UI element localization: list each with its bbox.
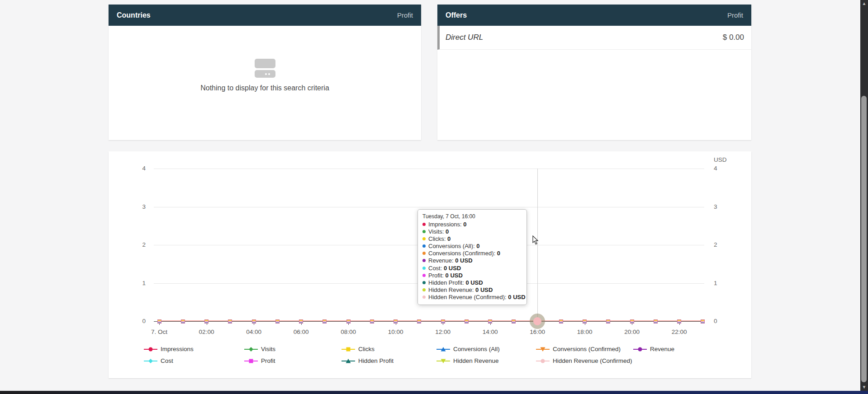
legend-item-label: Conversions (All)	[453, 346, 500, 352]
offer-row[interactable]: Direct URL$ 0.00	[437, 26, 751, 50]
countries-panel-title: Countries	[117, 11, 151, 19]
legend-item-clicks[interactable]: Clicks	[342, 346, 375, 352]
chart-crosshair-line	[537, 169, 538, 322]
hovered-data-point	[530, 314, 545, 329]
x-axis-tick-label: 08:00	[334, 328, 363, 335]
legend-item-profit[interactable]: Profit	[244, 357, 275, 364]
data-point-marker	[441, 319, 445, 324]
offers-panel: Offers Profit Direct URL$ 0.00	[437, 5, 751, 140]
y-axis-tick-label-left: 1	[126, 280, 146, 286]
legend-marker-icon	[342, 347, 355, 352]
x-axis-tick-label: 18:00	[570, 328, 599, 335]
tooltip-metric: Visits: 0	[422, 228, 522, 235]
legend-item-cost[interactable]: Cost	[144, 357, 173, 364]
legend-marker-icon	[536, 347, 550, 352]
tooltip-metric: Clicks: 0	[422, 235, 522, 243]
y-axis-tick-label-right: 0	[714, 318, 734, 324]
x-axis-tick-label: 20:00	[617, 328, 646, 335]
legend-item-hidden-revenue[interactable]: Hidden Revenue	[436, 357, 499, 364]
legend-item-conversions-confirmed[interactable]: Conversions (Confirmed)	[536, 346, 621, 352]
offer-row-label: Direct URL	[446, 33, 483, 42]
y-axis-tick-label-left: 4	[126, 165, 146, 172]
offers-metric-header: Profit	[727, 11, 743, 19]
tooltip-series-dot	[422, 281, 426, 284]
tooltip-series-dot	[422, 288, 426, 291]
chart-tooltip: Tuesday, 7 Oct, 16:00 Impressions: 0Visi…	[417, 209, 527, 305]
legend-marker-icon	[144, 358, 157, 364]
tooltip-metric: Conversions (All): 0	[422, 243, 522, 250]
legend-item-label: Visits	[261, 346, 275, 352]
countries-panel: Countries Profit Nothing to display for …	[109, 5, 421, 140]
tooltip-metric: Impressions: 0	[422, 221, 522, 228]
legend-marker-icon	[244, 347, 258, 352]
tooltip-metric: Hidden Revenue (Confirmed): 0 USD	[422, 294, 522, 301]
data-point-marker	[559, 319, 563, 324]
data-point-marker	[346, 319, 351, 324]
legend-item-label: Impressions	[161, 346, 194, 352]
chart-unit-label: USD	[714, 156, 727, 163]
x-axis-tick-label: 10:00	[381, 328, 410, 335]
data-point-marker	[228, 319, 232, 324]
tooltip-metric: Conversions (Confirmed): 0	[422, 250, 522, 257]
countries-empty-message: Nothing to display for this search crite…	[109, 84, 421, 92]
chart-tooltip-title: Tuesday, 7 Oct, 16:00	[422, 213, 522, 220]
legend-marker-icon	[342, 358, 355, 364]
data-point-marker	[417, 319, 421, 324]
chart-gridline	[154, 169, 704, 169]
series-line-all-zero	[157, 320, 705, 321]
y-axis-tick-label-right: 4	[714, 165, 734, 172]
legend-item-label: Clicks	[358, 346, 375, 352]
y-axis-tick-label-left: 3	[126, 203, 146, 210]
legend-item-visits[interactable]: Visits	[244, 346, 275, 352]
y-axis-tick-label-right: 1	[714, 280, 734, 286]
legend-marker-icon	[144, 347, 157, 352]
y-axis-tick-label-right: 3	[714, 203, 734, 210]
data-point-marker	[370, 319, 374, 324]
legend-item-conversions-all[interactable]: Conversions (All)	[436, 346, 500, 352]
scrollbar-thumb[interactable]	[861, 96, 867, 382]
tooltip-series-dot	[422, 223, 426, 226]
legend-item-hidden-profit[interactable]: Hidden Profit	[342, 357, 394, 364]
offers-panel-title: Offers	[446, 11, 467, 19]
offers-panel-header: Offers Profit	[437, 5, 751, 26]
data-point-marker	[488, 319, 492, 324]
chart-panel: USD 00112233447. Oct02:0004:0006:0008:00…	[109, 151, 751, 378]
x-axis-line	[154, 321, 704, 322]
scrollbar-down-icon[interactable]: ▼	[860, 384, 868, 390]
tooltip-metric: Hidden Revenue: 0 USD	[422, 286, 522, 294]
legend-item-label: Revenue	[650, 346, 674, 352]
x-axis-tick-label: 02:00	[192, 328, 221, 335]
data-point-marker	[204, 319, 209, 324]
countries-empty-state: Nothing to display for this search crite…	[109, 59, 421, 92]
data-point-marker	[677, 319, 681, 324]
legend-item-label: Profit	[261, 357, 275, 364]
tooltip-metric: Hidden Profit: 0 USD	[422, 279, 522, 286]
data-point-marker	[654, 319, 658, 324]
x-axis-tick-label: 16:00	[523, 328, 552, 335]
data-point-marker	[323, 319, 327, 324]
tooltip-series-dot	[422, 267, 426, 270]
legend-item-hidden-revenue-confirmed[interactable]: Hidden Revenue (Confirmed)	[536, 357, 632, 364]
vertical-scrollbar[interactable]: ▲ ▼	[860, 0, 868, 394]
scrollbar-up-icon[interactable]: ▲	[860, 0, 868, 7]
tooltip-metric: Revenue: 0 USD	[422, 257, 522, 264]
legend-marker-icon	[436, 358, 450, 364]
legend-item-label: Cost	[161, 357, 173, 364]
legend-item-label: Hidden Revenue (Confirmed)	[553, 357, 632, 364]
data-point-marker	[252, 319, 256, 324]
data-point-marker	[181, 319, 185, 324]
y-axis-tick-label-left: 2	[126, 241, 146, 248]
data-point-marker	[701, 319, 705, 324]
legend-marker-icon	[633, 347, 647, 352]
tooltip-series-dot	[422, 252, 426, 255]
data-point-marker	[275, 319, 280, 324]
tooltip-series-dot	[422, 296, 426, 299]
data-point-marker	[157, 319, 161, 324]
tooltip-series-dot	[422, 244, 426, 248]
legend-item-revenue[interactable]: Revenue	[633, 346, 674, 352]
legend-item-impressions[interactable]: Impressions	[144, 346, 194, 352]
tooltip-metric: Cost: 0 USD	[422, 265, 522, 272]
tooltip-series-dot	[422, 259, 426, 262]
y-axis-tick-label-left: 0	[126, 318, 146, 324]
hovered-data-point-marker	[533, 317, 541, 325]
